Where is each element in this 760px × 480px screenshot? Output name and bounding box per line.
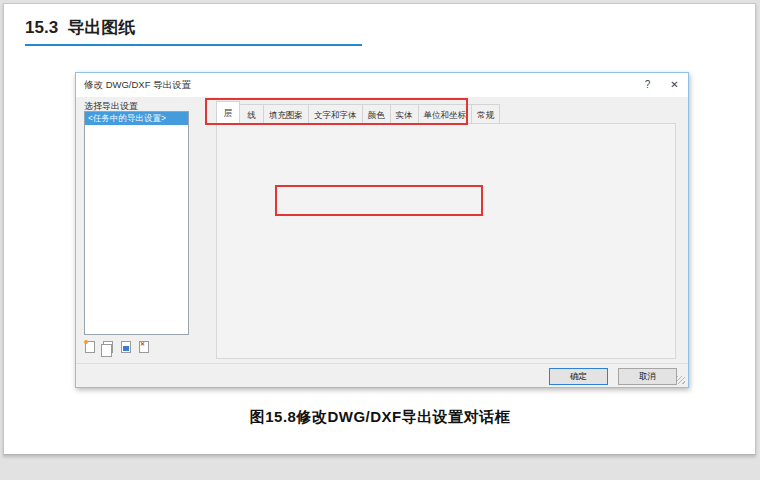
section-heading: 15.3 导出图纸 (25, 16, 136, 39)
tab-常规[interactable]: 常规 (472, 104, 500, 124)
dialog-title: 修改 DWG/DXF 导出设置 (76, 79, 634, 92)
export-setup-list[interactable]: <任务中的导出设置> (84, 111, 189, 335)
resize-grip-icon[interactable] (677, 376, 685, 384)
new-export-setup-icon[interactable] (85, 341, 95, 353)
tab-strip: 层线填充图案文字和字体颜色实体单位和坐标常规 (216, 100, 500, 124)
export-settings-dialog: 修改 DWG/DXF 导出设置 ? ✕ 选择导出设置 <任务中的导出设置> ✕ … (75, 72, 689, 388)
tab-单位和坐标[interactable]: 单位和坐标 (419, 104, 473, 124)
cancel-button[interactable]: 取消 (618, 368, 677, 385)
tab-层[interactable]: 层 (216, 101, 240, 125)
duplicate-export-setup-icon[interactable] (103, 341, 113, 353)
list-item-selected[interactable]: <任务中的导出设置> (85, 112, 188, 125)
tab-page-layers (216, 123, 676, 359)
rename-export-setup-icon[interactable] (121, 341, 131, 353)
tab-颜色[interactable]: 颜色 (363, 104, 391, 124)
footer-divider (76, 363, 688, 364)
tab-实体[interactable]: 实体 (391, 104, 419, 124)
heading-underline (25, 44, 362, 46)
tab-填充图案[interactable]: 填充图案 (264, 104, 309, 124)
tab-文字和字体[interactable]: 文字和字体 (309, 104, 363, 124)
help-button[interactable]: ? (634, 73, 661, 97)
tab-线[interactable]: 线 (240, 104, 264, 124)
figure-caption: 图15.8修改DWG/DXF导出设置对话框 (0, 408, 760, 427)
delete-export-setup-icon[interactable]: ✕ (139, 341, 149, 353)
dialog-titlebar[interactable]: 修改 DWG/DXF 导出设置 ? ✕ (76, 73, 688, 97)
close-button[interactable]: ✕ (661, 73, 688, 97)
ok-button[interactable]: 确定 (549, 368, 608, 385)
export-setup-toolbar: ✕ (85, 341, 149, 353)
